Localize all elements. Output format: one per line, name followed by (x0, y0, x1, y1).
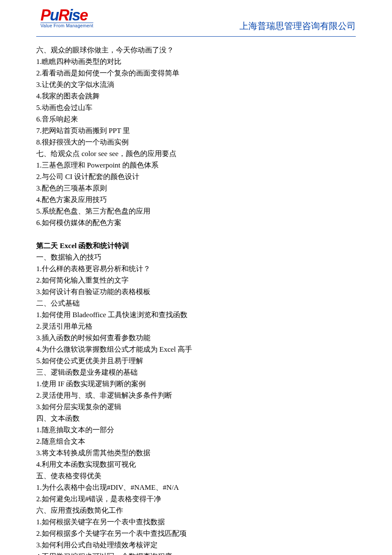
day-title: 第二天 Excel 函数和统计特训 (36, 240, 356, 251)
logo-letter: u (50, 6, 58, 24)
list-item: 1.瞧瞧四种动画类型的对比 (36, 56, 356, 67)
list-item: 2.与公司 CI 设计配套的颜色设计 (36, 171, 356, 182)
logo-letter: e (80, 6, 87, 24)
list-item: 5.系统配色盘、第三方配色盘的应用 (36, 205, 356, 217)
list-item: 1.为什么表格中会出现#DIV、#NAME、#N/A (36, 482, 356, 493)
section-heading: 六、应用查找函数简化工作 (36, 505, 356, 516)
list-item: 3.如何利用公式自动处理绩效考核评定 (36, 539, 356, 551)
logo-letter: R (58, 6, 69, 24)
section-heading: 二、公式基础 (36, 298, 356, 309)
section-heading: 四、文本函数 (36, 413, 356, 424)
list-item: 2.灵活使用与、或、非逻辑解决多条件判断 (36, 390, 356, 401)
logo-letter: s (72, 6, 80, 24)
logo-letter: i (69, 6, 72, 24)
list-item: 5.如何使公式更优美并且易于理解 (36, 355, 356, 367)
list-item: 3.配色的三项基本原则 (36, 182, 356, 194)
section-heading: 六、观众的眼球你做主，今天你动画了没？ (36, 44, 356, 56)
list-item: 2.如何根据多个关键字在另一个表中查找匹配项 (36, 528, 356, 539)
list-item: 3.插入函数的时候如何查看参数功能 (36, 332, 356, 344)
list-item: 7.把网站首页动画搬到 PPT 里 (36, 125, 356, 136)
logo-wordmark: PuRise (40, 9, 93, 22)
company-name: 上海普瑞思管理咨询有限公司 (239, 20, 356, 32)
list-item: 3.让优美的文字似水流淌 (36, 79, 356, 90)
list-item: 3.将文本转换成所需其他类型的数据 (36, 447, 356, 459)
list-item: 2.随意组合文本 (36, 436, 356, 447)
list-item: 2.如何简化输入重复性的文字 (36, 275, 356, 286)
document-content: 六、观众的眼球你做主，今天你动画了没？ 1.瞧瞧四种动画类型的对比 2.看看动画… (0, 44, 392, 555)
list-item: 6.音乐响起来 (36, 113, 356, 125)
document-header: PuRise Value From Management 上海普瑞思管理咨询有限… (0, 0, 392, 36)
header-divider (36, 36, 356, 37)
list-item: 5.动画也会过山车 (36, 102, 356, 113)
list-item: 3.如何分层实现复杂的逻辑 (36, 401, 356, 413)
section-heading: 一、数据输入的技巧 (36, 251, 356, 263)
list-item: 4.我家的图表会跳舞 (36, 90, 356, 102)
logo-subtitle: Value From Management (40, 23, 93, 28)
list-item: 3.如何设计有自验证功能的表格模板 (36, 286, 356, 298)
list-item: 2.如何避免出现#错误，是表格变得干净 (36, 493, 356, 505)
list-item: 1.如何使用 Bladeoffice 工具快速浏览和查找函数 (36, 309, 356, 321)
list-item: 4.配色方案及应用技巧 (36, 194, 356, 205)
list-item: 8.很好很强大的一个动画实例 (36, 136, 356, 148)
list-item: 4.利用文本函数实现数据可视化 (36, 459, 356, 470)
list-item: 2.看看动画是如何使一个复杂的画面变得简单 (36, 67, 356, 79)
list-item: 1.三基色原理和 Powerpoint 的颜色体系 (36, 159, 356, 171)
section-heading: 七、给观众点 color see see，颜色的应用要点 (36, 148, 356, 159)
logo-letter: P (40, 6, 50, 24)
list-item: 1.使用 IF 函数实现逻辑判断的案例 (36, 378, 356, 390)
section-heading: 三、逻辑函数是业务建模的基础 (36, 367, 356, 378)
list-item: 1.如何根据关键字在另一个表中查找数据 (36, 516, 356, 528)
list-item: 4.为什么微软说掌握数组公式才能成为 Excel 高手 (36, 344, 356, 355)
section-heading: 五、使表格变得优美 (36, 470, 356, 482)
list-item: 1.什么样的表格更容易分析和统计？ (36, 263, 356, 275)
list-item: 6.如何模仿媒体的配色方案 (36, 217, 356, 228)
list-item: 2.灵活引用单元格 (36, 321, 356, 332)
logo: PuRise Value From Management (40, 9, 93, 28)
list-item: 1.随意抽取文本的一部分 (36, 424, 356, 436)
list-item: 4.不用学习编程也可以写一个数据查询程序 (36, 551, 356, 555)
